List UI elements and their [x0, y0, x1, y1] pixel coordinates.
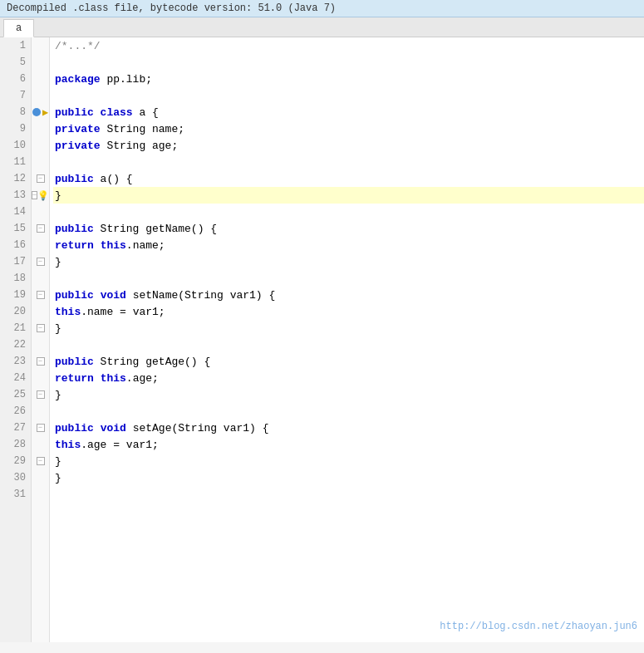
gutter-cell: ▶: [32, 104, 49, 120]
plain-token: [94, 372, 101, 385]
line-number: 9: [0, 120, 31, 137]
gutter-cell: [32, 270, 49, 287]
code-line: /*...*/: [53, 37, 644, 54]
plain-token: }: [55, 189, 61, 202]
keyword-token: void: [101, 289, 126, 302]
code-line: public void setAge(String var1) {: [53, 420, 644, 436]
gutter-cell: −: [32, 453, 49, 469]
comment-token: /*...*/: [55, 40, 101, 52]
code-container: 1567891011121314151617181920212223242526…: [0, 37, 644, 642]
gutter-cell: [32, 469, 49, 486]
plain-token: String getAge() {: [94, 356, 210, 368]
plain-token: .age;: [126, 372, 159, 385]
plain-token: [94, 239, 101, 252]
code-line: [53, 87, 644, 104]
gutter-cell: [32, 403, 49, 420]
plain-token: String name;: [101, 123, 184, 135]
tab-a[interactable]: a: [3, 19, 34, 37]
fold-icon[interactable]: −: [37, 424, 45, 432]
arrow-icon: ▶: [42, 106, 48, 119]
code-line: [53, 54, 644, 71]
plain-token: a {: [133, 106, 159, 119]
fold-icon[interactable]: −: [37, 324, 45, 332]
code-line: return this.name;: [53, 237, 644, 253]
code-line: this.age = var1;: [53, 436, 644, 453]
line-number: 5: [0, 54, 31, 71]
gutter-cell: [32, 204, 49, 220]
watermark: http://blog.csdn.net/zhaoyan.jun6: [440, 621, 637, 632]
keyword-token: package: [55, 73, 101, 86]
line-number: 28: [0, 436, 31, 453]
line-number: 21: [0, 320, 31, 336]
gutter-cell: [32, 237, 49, 253]
code-lines: /*...*/package pp.lib;public class a { p…: [50, 37, 644, 642]
this-token: this: [101, 239, 126, 252]
fold-icon[interactable]: −: [37, 224, 45, 233]
gutter-cell: [32, 87, 49, 104]
code-line: }: [53, 320, 644, 336]
gutter-cell: [32, 370, 49, 386]
fold-icon[interactable]: −: [37, 457, 45, 465]
plain-token: String age;: [101, 140, 179, 152]
fold-icon[interactable]: −: [37, 258, 45, 266]
fold-icon[interactable]: −: [37, 291, 45, 299]
gutter-cell: [32, 486, 49, 503]
line-number: 10: [0, 137, 31, 154]
code-line: }: [53, 469, 644, 486]
gutter-cell: −💡: [32, 187, 49, 204]
line-number: 25: [0, 386, 31, 403]
gutter: ▶−−💡−−−−−−−−: [32, 37, 50, 642]
line-number: 8: [0, 104, 31, 120]
fold-icon[interactable]: −: [37, 357, 45, 366]
fold-icon[interactable]: −: [37, 390, 45, 399]
gutter-cell: −: [32, 420, 49, 436]
line-numbers: 1567891011121314151617181920212223242526…: [0, 37, 32, 642]
this-token: this: [55, 439, 81, 451]
code-line: public class a {: [53, 104, 644, 120]
title-bar: Decompiled .class file, bytecode version…: [0, 0, 644, 17]
line-number: 19: [0, 287, 31, 303]
code-line: private String name;: [53, 120, 644, 137]
keyword-token: return: [55, 239, 94, 252]
code-line: [53, 336, 644, 353]
keyword-token: public: [55, 173, 94, 185]
code-line: public String getName() {: [53, 220, 644, 237]
plain-token: .name = var1;: [81, 306, 165, 318]
line-number: 11: [0, 154, 31, 170]
plain-token: }: [55, 256, 61, 268]
plain-token: }: [55, 455, 61, 468]
gutter-cell: [32, 71, 49, 87]
code-line: return this.age;: [53, 370, 644, 386]
line-number: 6: [0, 71, 31, 87]
keyword-token: public: [55, 289, 94, 302]
code-line: }: [53, 386, 644, 403]
line-number: 16: [0, 237, 31, 253]
plain-token: pp.lib;: [101, 73, 152, 86]
code-line: public String getAge() {: [53, 353, 644, 370]
editor-area: 1567891011121314151617181920212223242526…: [0, 37, 644, 642]
code-line: public a() {: [53, 170, 644, 187]
breakpoint-icon[interactable]: [32, 108, 41, 116]
line-number: 14: [0, 204, 31, 220]
line-number: 31: [0, 486, 31, 503]
gutter-cell: [32, 336, 49, 353]
line-number: 23: [0, 353, 31, 370]
keyword-token: public: [55, 356, 94, 368]
code-line: this.name = var1;: [53, 303, 644, 320]
line-number: 1: [0, 37, 31, 54]
code-line: [53, 403, 644, 420]
this-token: this: [55, 306, 81, 318]
code-line: public void setName(String var1) {: [53, 287, 644, 303]
keyword-token: return: [55, 372, 94, 385]
keyword-token: void: [101, 422, 126, 435]
fold-icon[interactable]: −: [37, 174, 45, 183]
plain-token: .name;: [126, 239, 165, 252]
code-line: [53, 204, 644, 220]
line-number: 17: [0, 253, 31, 270]
fold-icon[interactable]: −: [32, 191, 37, 199]
plain-token: setName(String var1) {: [126, 289, 275, 302]
gutter-cell: −: [32, 220, 49, 237]
plain-token: setAge(String var1) {: [126, 422, 269, 435]
gutter-cell: −: [32, 253, 49, 270]
code-line: private String age;: [53, 137, 644, 154]
